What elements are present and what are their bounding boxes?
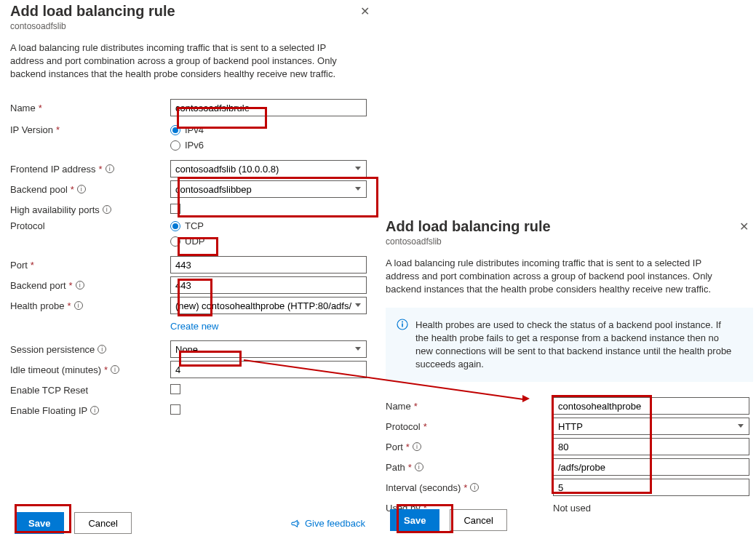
hp-name-label: Name (386, 401, 411, 412)
info-icon[interactable]: i (415, 463, 423, 471)
close-icon[interactable]: ✕ (735, 215, 753, 238)
panel-description: A load balancing rule distributes incomi… (10, 41, 359, 81)
radio-icon (170, 221, 180, 231)
info-icon[interactable]: i (103, 205, 111, 214)
hp-interval-input[interactable] (553, 479, 749, 496)
save-button[interactable]: Save (15, 512, 64, 534)
info-icon[interactable]: i (470, 483, 479, 492)
hp-path-input[interactable] (553, 458, 749, 476)
port-input[interactable] (170, 256, 367, 274)
hprobe-label: Health probe (10, 300, 64, 311)
session-select[interactable] (170, 340, 367, 358)
panel-subtitle: contosoadfslib (386, 236, 551, 247)
save-button[interactable]: Save (390, 509, 439, 531)
protocol-udp[interactable]: UDP (170, 236, 374, 247)
info-icon[interactable]: i (413, 442, 421, 451)
info-icon[interactable]: i (77, 185, 86, 193)
hp-interval-label: Interval (seconds) (386, 482, 461, 493)
svg-rect-2 (402, 324, 403, 327)
ipversion-ipv4[interactable]: IPv4 (170, 124, 374, 135)
haports-checkbox[interactable] (170, 204, 180, 214)
bport-label: Backend port (10, 280, 66, 291)
cancel-button[interactable]: Cancel (74, 512, 131, 534)
floatip-label: Enable Floating IP (10, 405, 87, 416)
haports-label: High availability ports (10, 204, 100, 215)
info-icon[interactable]: i (98, 345, 106, 354)
info-icon[interactable]: i (106, 164, 114, 173)
give-feedback-link[interactable]: Give feedback (290, 518, 365, 529)
idle-input[interactable] (170, 361, 367, 378)
megaphone-icon (290, 518, 301, 528)
frontend-select[interactable] (170, 160, 367, 177)
idle-label: Idle timeout (minutes) (10, 364, 101, 375)
backend-select[interactable] (170, 180, 367, 198)
radio-icon (170, 125, 180, 135)
info-icon[interactable]: i (111, 365, 119, 374)
hp-name-input[interactable] (553, 397, 749, 415)
tcpreset-label: Enable TCP Reset (10, 385, 88, 396)
panel-subtitle: contosoadfslib (10, 21, 175, 31)
close-icon[interactable]: ✕ (356, 0, 374, 23)
protocol-tcp[interactable]: TCP (170, 220, 374, 231)
panel-title: Add load balancing rule (386, 215, 551, 235)
port-label: Port (10, 260, 28, 271)
bport-input[interactable] (170, 276, 367, 294)
ipversion-ipv6[interactable]: IPv6 (170, 140, 374, 151)
ipversion-label: IP Version (10, 124, 53, 135)
panel-description: A load balancing rule distributes incomi… (386, 257, 735, 296)
protocol-label: Protocol (10, 220, 45, 231)
floatip-checkbox[interactable] (170, 404, 180, 415)
info-icon[interactable]: i (76, 281, 84, 290)
create-new-link[interactable]: Create new (170, 321, 218, 332)
hprobe-select[interactable] (170, 297, 367, 314)
info-icon[interactable]: i (74, 301, 83, 310)
panel-add-rule-left: Add load balancing rule contosoadfslib ✕… (10, 0, 374, 538)
frontend-label: Frontend IP address (10, 164, 96, 175)
panel-title: Add load balancing rule (10, 0, 175, 20)
name-label: Name (10, 103, 36, 113)
hp-port-label: Port (386, 442, 403, 452)
name-input[interactable] (170, 99, 367, 116)
backend-label: Backend pool (10, 184, 68, 195)
info-icon (397, 319, 408, 330)
tcpreset-checkbox[interactable] (170, 384, 180, 394)
session-label: Session persistence (10, 344, 95, 355)
cancel-button[interactable]: Cancel (450, 509, 506, 531)
hp-protocol-select[interactable] (553, 418, 749, 435)
health-probe-infobox: Health probes are used to check the stat… (386, 308, 753, 382)
radio-icon (170, 140, 180, 151)
panel-add-rule-right: Add load balancing rule contosoadfslib ✕… (386, 215, 753, 535)
radio-icon (170, 236, 180, 247)
hp-path-label: Path (386, 462, 405, 473)
info-icon[interactable]: i (90, 406, 99, 415)
hp-protocol-label: Protocol (386, 421, 421, 432)
hp-port-input[interactable] (553, 438, 749, 455)
svg-point-1 (402, 322, 403, 323)
